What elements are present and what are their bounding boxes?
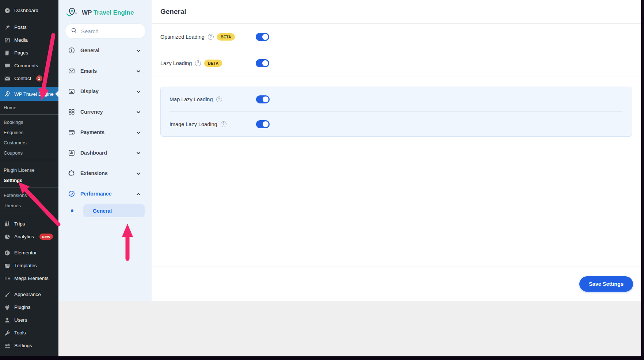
sidebar-item-mega-elements[interactable]: Mega Elements [0, 272, 58, 285]
performance-submenu: General [58, 204, 152, 217]
settings-menu-performance[interactable]: Performance [63, 186, 149, 201]
sidebar-item-dashboard[interactable]: Dashboard [0, 4, 58, 17]
chevron-up-icon [136, 191, 141, 197]
sidebar-item-media[interactable]: Media [0, 34, 58, 46]
setting-label-group: Image Lazy Loading ? [169, 121, 256, 127]
submenu-item-themes[interactable]: Themes [0, 200, 58, 211]
settings-menu-extensions[interactable]: Extensions [63, 166, 149, 181]
panel-header: General [152, 0, 641, 24]
settings-menu-label: Payments [80, 129, 131, 135]
help-icon[interactable]: ? [221, 121, 226, 127]
sidebar-item-appearance[interactable]: Appearance [0, 288, 58, 301]
submenu-item-settings[interactable]: Settings [0, 175, 58, 185]
sidebar-item-analytics[interactable]: Analytics NEW [0, 230, 58, 243]
lazy-loading-options-panel: Map Lazy Loading ? Image Lazy Loading ? [160, 87, 632, 137]
sidebar-item-settings[interactable]: Settings [0, 339, 58, 352]
sidebar-item-tools[interactable]: Tools [0, 326, 58, 339]
setting-label-group: Optimized Loading ? BETA [160, 33, 256, 41]
pie-chart-icon [4, 233, 11, 240]
wp-admin-sidebar: Dashboard Posts Media Pages Comments [0, 0, 58, 356]
sidebar-item-label: Comments [14, 63, 38, 68]
brand-travel-engine: Travel Engine [94, 9, 134, 16]
optimized-loading-toggle[interactable] [256, 33, 269, 41]
submenu-item-home[interactable]: Home [0, 102, 58, 113]
beta-badge: BETA [204, 60, 222, 67]
lazy-loading-toggle[interactable] [256, 59, 269, 67]
panel-footer: Save Settings [152, 266, 641, 301]
setting-label: Map Lazy Loading [169, 96, 213, 102]
sidebar-item-plugins[interactable]: Plugins [0, 301, 58, 314]
sidebar-item-label: Dashboard [14, 8, 38, 13]
setting-row-optimized-loading: Optimized Loading ? BETA [152, 24, 641, 50]
settings-menu-currency[interactable]: Currency [63, 105, 149, 119]
submenu-item-extensions[interactable]: Extensions [0, 190, 58, 200]
setting-label: Lazy Loading [160, 60, 192, 66]
setting-label: Optimized Loading [160, 34, 205, 40]
help-icon[interactable]: ? [216, 96, 222, 102]
wrench-icon [4, 329, 11, 337]
sidebar-item-label: Elementor [14, 250, 37, 255]
help-icon[interactable]: ? [195, 60, 201, 66]
submenu-item-plugin-license[interactable]: Plugin License [0, 165, 58, 175]
screenshot-frame-right [641, 0, 644, 360]
sidebar-item-label: Posts [14, 24, 27, 30]
submenu-label: Settings [4, 178, 22, 183]
user-icon [4, 317, 11, 324]
submenu-item-coupons[interactable]: Coupons [0, 148, 58, 158]
settings-menu-payments[interactable]: Payments [63, 125, 149, 140]
bar-chart-icon [68, 149, 75, 156]
submenu-item-general[interactable]: General [83, 204, 145, 217]
help-icon[interactable]: ? [208, 34, 214, 40]
sidebar-item-label: Settings [14, 343, 32, 348]
submenu-label: Customers [4, 140, 27, 145]
sidebar-item-label: Tools [14, 330, 26, 336]
sidebar-divider [0, 212, 58, 212]
sidebar-item-label: Trips [14, 221, 25, 227]
chevron-down-icon [136, 68, 141, 74]
sidebar-item-trips[interactable]: Trips [0, 217, 58, 230]
submenu-item-customers[interactable]: Customers [0, 137, 58, 148]
sidebar-item-label: Analytics [14, 234, 34, 239]
sidebar-item-users[interactable]: Users [0, 314, 58, 326]
setting-label-group: Map Lazy Loading ? [169, 96, 256, 102]
plug-icon [4, 304, 11, 311]
submenu-label: Enquiries [4, 130, 23, 135]
settings-panel: General Optimized Loading ? BETA Lazy Lo… [152, 0, 641, 301]
settings-menu-label: Dashboard [80, 150, 131, 156]
sidebar-item-elementor[interactable]: Elementor [0, 246, 58, 259]
sidebar-item-contact[interactable]: Contact 1 [0, 72, 58, 85]
settings-menu-label: Emails [80, 68, 131, 74]
settings-menu-emails[interactable]: Emails [63, 64, 149, 78]
chevron-down-icon [136, 48, 141, 53]
image-lazy-loading-toggle[interactable] [256, 120, 270, 128]
submenu-label: Themes [4, 203, 21, 208]
display-icon [68, 88, 75, 95]
sidebar-item-comments[interactable]: Comments [0, 59, 58, 72]
notification-badge: 1 [36, 75, 42, 82]
map-lazy-loading-toggle[interactable] [256, 95, 270, 103]
settings-menu-dashboard[interactable]: Dashboard [63, 145, 149, 160]
hikers-icon [4, 220, 11, 228]
sidebar-item-wp-travel-engine[interactable]: WP Travel Engine [0, 87, 58, 101]
sidebar-item-posts[interactable]: Posts [0, 21, 58, 34]
sidebar-item-label: Templates [14, 263, 37, 268]
settings-menu-display[interactable]: Display [63, 84, 149, 99]
new-badge: NEW [39, 234, 53, 240]
search-box[interactable] [65, 23, 146, 39]
mega-elements-icon [4, 275, 11, 282]
settings-menu-general[interactable]: General [63, 43, 149, 58]
save-settings-button[interactable]: Save Settings [579, 276, 633, 292]
chevron-down-icon [136, 109, 141, 115]
sidebar-item-pages[interactable]: Pages [0, 46, 58, 59]
speedometer-icon [68, 190, 75, 197]
chevron-down-icon [136, 170, 141, 176]
submenu-item-enquiries[interactable]: Enquiries [0, 127, 58, 137]
brand-wp: WP [82, 9, 92, 16]
sidebar-item-templates[interactable]: Templates [0, 259, 58, 272]
sidebar-item-label: Plugins [14, 304, 30, 310]
screenshot-frame-bottom [0, 356, 644, 360]
search-input[interactable] [80, 28, 141, 35]
grid-icon [68, 108, 75, 115]
envelope-icon [4, 75, 11, 82]
submenu-item-bookings[interactable]: Bookings [0, 117, 58, 127]
